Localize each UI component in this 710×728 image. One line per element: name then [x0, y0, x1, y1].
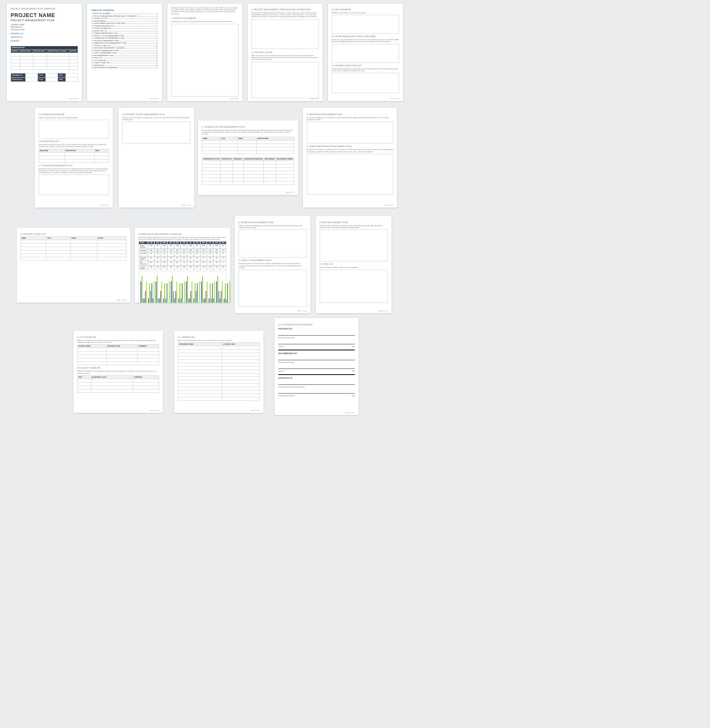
bar [146, 281, 147, 303]
risk-log-box[interactable] [320, 270, 388, 303]
toc-entry: 8.1 RISK LOG13 [92, 57, 158, 59]
col-header: OFFICE PHONE [256, 137, 294, 140]
sig-line[interactable] [278, 389, 355, 394]
deliverables-box[interactable] [332, 15, 399, 34]
toc-entry: 2.6 MILESTONE LIST6 [92, 30, 158, 32]
toc-entry: 2.8 PROJECT SCOPE MANAGEMENT PLAN7 [92, 35, 158, 37]
scope-mgmt-box[interactable] [122, 122, 190, 144]
grid-row: Project Manager1304013040130401304013040… [139, 244, 226, 249]
col-header: EMAIL [237, 137, 256, 140]
sec-cost-baseline: 9. COST BASELINE [77, 336, 159, 338]
page-footer: Page 12 of 16 [297, 310, 307, 312]
page-8: 3. COMMUNICATIONS MANAGEMENT PLAN A comm… [198, 120, 298, 195]
sec-quality-mgmt: 7. QUALITY MANAGEMENT PLAN [239, 259, 307, 261]
stakeholder-box[interactable] [332, 73, 399, 93]
bar [199, 281, 200, 303]
sig-line[interactable] [278, 340, 355, 344]
bar [197, 283, 198, 303]
toc-entry: 12. AUTHORIZATION SIGNATURES16 [92, 67, 158, 69]
toc-entry: 7. QUALITY MANAGEMENT PLAN12 [92, 52, 158, 54]
comms-contacts-table[interactable]: NAMETITLEEMAILOFFICE PHONE [202, 137, 294, 154]
page-15: 11. APPENDICES Attach or link to separat… [174, 331, 264, 413]
page-footer: Page 3 of 16 [230, 98, 239, 100]
title-label-1: TITLE [37, 73, 45, 77]
page-3: [Template provides a basic outline for a… [167, 4, 242, 101]
scope-box[interactable] [251, 62, 319, 98]
col-header: PROJECT PHASE [78, 345, 107, 348]
page-4: 2. PROJECT MANAGEMENT APPROACH AND GOVER… [248, 4, 323, 101]
col-header: FREQUENCY [233, 157, 243, 161]
col-header: DESCRIPTION [65, 149, 94, 152]
comms-desc: A communication plan defines who needs i… [202, 129, 294, 135]
scope-desc: Refer to the project charter to define t… [251, 55, 319, 61]
resource-mgmt-box[interactable] [307, 122, 393, 144]
bar [206, 291, 206, 303]
bar [227, 283, 228, 303]
sig-line[interactable] [278, 365, 355, 369]
change-mgmt-desc: Describe the change control process or l… [39, 168, 109, 174]
bar [207, 281, 208, 303]
chart-month [171, 276, 177, 303]
schedule-mgmt-box[interactable] [239, 230, 307, 258]
milestone-table[interactable]: MILESTONEDESCRIPTIONDATE [39, 149, 109, 163]
schedule-mgmt-desc: Explain methods for developing the sched… [239, 225, 307, 228]
exec-summary-box[interactable] [171, 24, 239, 97]
schedule-baseline-box[interactable] [39, 120, 109, 139]
chart-month [140, 276, 147, 303]
chart-month [156, 276, 162, 303]
page-footer: Page 1 of 16 [69, 98, 78, 100]
bar [190, 291, 191, 303]
toc-entry: 2.2 DELIVERABLES5 [92, 20, 158, 22]
toc-entry: 2.4 STAKEHOLDER ANALYSIS5 [92, 25, 158, 27]
quality-table[interactable]: ITEMACCEPTABLE LEVELCOMMENTS [77, 375, 159, 393]
appendices-table[interactable]: ATTACHMENT NAMELOCATION / LINK [178, 342, 260, 401]
page-11: 5.2 RESOURCE REQUIREMENT CALENDAR A reso… [135, 228, 230, 303]
cost-table[interactable]: PROJECT PHASEBUDGETED TOTALCOMMENTS [77, 344, 159, 365]
change-mgmt-box[interactable] [39, 175, 109, 195]
signature-cap: Signature [278, 346, 284, 347]
project-subtitle: PROJECT MANAGEMENT PLAN [11, 19, 78, 22]
toc-entry: 3. COMMUNICATIONS MANAGEMENT PLAN8 [92, 37, 158, 39]
chart-month [216, 276, 223, 303]
page-footer: Page 14 of 16 [150, 409, 159, 411]
quality-mgmt-box[interactable] [239, 270, 307, 307]
page-14: 9. COST BASELINE Detail the cost baselin… [73, 331, 163, 413]
comms-plan-table[interactable]: COMMUNICATION TYPEDESCRIPTIONFREQUENCYME… [202, 157, 294, 185]
bar [172, 276, 173, 303]
bar [167, 283, 167, 303]
sec-resource-mgmt: 4. RESOURCE MANAGEMENT PLAN [307, 113, 393, 116]
risk-mgmt-box[interactable] [320, 230, 388, 261]
col-header: LOCATION / LINK [222, 343, 260, 346]
bar [201, 281, 202, 303]
sec-comms: 3. COMMUNICATIONS MANAGEMENT PLAN [202, 126, 294, 128]
wbs-box[interactable] [332, 44, 399, 63]
sig-line[interactable] [278, 356, 355, 360]
staff-table[interactable]: NAMETITLEEMAILPHONE [20, 236, 126, 261]
toc-entry: 10. QUALITY BASELINE14 [92, 62, 158, 64]
page-12: 6. SCHEDULE MANAGEMENT PLAN Explain meth… [235, 216, 311, 313]
bar [189, 298, 190, 303]
bar [213, 298, 214, 303]
toc-entry: 2.3 WORK BREAKDOWN STRUCTURE (WBS)5 [92, 22, 158, 24]
quality-baseline-desc: Define the quality baseline for the proj… [77, 370, 159, 374]
sec-scope: 2.1 PROJECT SCOPE [251, 51, 319, 53]
approved-by-heading: APPROVED BY [278, 377, 355, 379]
cost-baseline-desc: Detail the cost baseline for the project… [77, 339, 159, 343]
sig-line[interactable] [278, 381, 355, 385]
sig-line[interactable] [278, 331, 355, 336]
sec-governance: 2. PROJECT MANAGEMENT APPROACH AND GOVER… [251, 8, 319, 11]
bar [229, 281, 230, 303]
company-csz: City, State and Zip [11, 29, 78, 31]
governance-desc: Describe the management approach for the… [251, 12, 319, 18]
col-header: MESSAGE DISTRIBUTION [244, 157, 264, 161]
toc-entry: 5. HUMAN RESOURCES MANAGEMENT PLAN9 [92, 42, 158, 44]
intro-text: [Template provides a basic outline for a… [171, 7, 239, 15]
bar [186, 281, 187, 303]
wbs-desc: Discuss how the work breakdown structure… [332, 39, 399, 42]
vh-col: VERSION [11, 49, 20, 53]
col-header: PHONE [97, 237, 126, 240]
governance-box[interactable] [251, 19, 319, 49]
vh-title: VERSION HISTORY [11, 46, 78, 49]
risk-mgmt-desc: Briefly describe how you plan to identif… [320, 225, 388, 228]
hr-mgmt-box[interactable] [307, 154, 393, 195]
